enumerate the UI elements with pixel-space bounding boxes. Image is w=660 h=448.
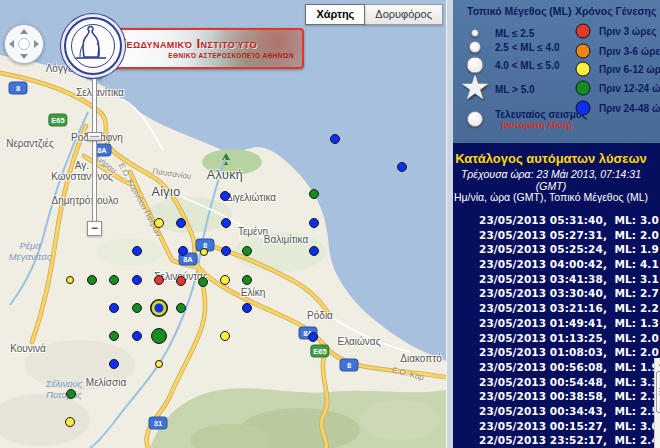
quake-marker[interactable] bbox=[221, 218, 231, 228]
town-label: Διγελιώτικα bbox=[226, 192, 276, 203]
quake-marker[interactable] bbox=[178, 246, 188, 256]
quake-marker[interactable] bbox=[87, 275, 97, 285]
town-label: Ελαιώνας bbox=[338, 336, 381, 347]
quake-marker[interactable] bbox=[330, 134, 340, 144]
town-label: Κουνινά bbox=[10, 343, 46, 354]
map-button[interactable]: Χάρτης bbox=[305, 4, 365, 25]
quake-marker[interactable] bbox=[109, 275, 119, 285]
catalog-row: 23/05/2013 03:21:16, ML: 2.2 bbox=[479, 301, 649, 316]
catalog-row: 22/05/2013 23:52:17, ML: 2.4 bbox=[479, 433, 649, 448]
quake-marker[interactable] bbox=[242, 303, 252, 313]
road-badge: 8 bbox=[341, 360, 358, 371]
catalog-current-time: Τρέχουσα ώρα: 23 Μάι 2013, 07:14:31 (GMT… bbox=[453, 168, 649, 192]
magnitude-legend-label: 2.5 < ML ≤ 4.0 bbox=[495, 42, 560, 53]
quake-marker[interactable] bbox=[176, 303, 186, 313]
catalog-row: 23/05/2013 01:13:25, ML: 2.0 bbox=[479, 331, 649, 346]
magnitude-legend-label: ML > 5.0 bbox=[495, 84, 535, 95]
legend-panel: Τοπικό Μέγεθος (ML) Χρόνος Γένεσης ML ≤ … bbox=[453, 0, 660, 145]
side-panel: Τοπικό Μέγεθος (ML) Χρόνος Γένεσης ML ≤ … bbox=[446, 0, 660, 448]
map-pan-control[interactable] bbox=[4, 24, 44, 64]
quake-marker[interactable] bbox=[309, 189, 319, 199]
catalog-row: 23/05/2013 03:41:38, ML: 3.1 bbox=[479, 272, 649, 287]
zoom-out-button[interactable]: − bbox=[87, 221, 102, 236]
catalog-row: 23/05/2013 05:27:31, ML: 2.0 bbox=[479, 228, 649, 243]
quake-marker[interactable] bbox=[132, 331, 142, 341]
road-badge: 31 bbox=[150, 418, 167, 429]
quake-marker[interactable] bbox=[242, 246, 252, 256]
satellite-button[interactable]: Δορυφόρος bbox=[364, 4, 443, 25]
town-label: Δημητρόπουλο bbox=[52, 195, 119, 206]
quake-marker[interactable] bbox=[154, 218, 164, 228]
pan-left-icon[interactable] bbox=[9, 40, 14, 48]
time-legend-label: Πριν 24-48 ώρες bbox=[599, 103, 660, 114]
magnitude-circle-icon bbox=[469, 41, 481, 53]
logo-banner: Γεωδυναμικό Ινστιτούτο Εθνικό Αστεροσκοπ… bbox=[104, 28, 304, 69]
quake-marker[interactable] bbox=[309, 246, 319, 256]
pan-up-icon[interactable] bbox=[20, 29, 28, 34]
time-legend-title: Χρόνος Γένεσης bbox=[575, 5, 656, 17]
road-badge: 8 bbox=[10, 83, 27, 94]
town-label: Διακοπτό bbox=[400, 353, 441, 364]
quake-marker[interactable] bbox=[155, 360, 163, 368]
quake-marker[interactable] bbox=[132, 275, 142, 285]
quake-marker[interactable] bbox=[308, 332, 318, 342]
quake-marker[interactable] bbox=[65, 417, 75, 427]
catalog-scrollbar[interactable]: ▲ bbox=[654, 358, 660, 448]
catalog-row: 23/05/2013 03:30:40, ML: 2.7 bbox=[479, 286, 649, 301]
last-quake-label: Τελευταίος σεισμός bbox=[495, 109, 587, 120]
quake-marker[interactable] bbox=[132, 246, 142, 256]
zoom-slider-handle[interactable] bbox=[87, 132, 102, 141]
town-label: Ελίκη bbox=[241, 287, 265, 298]
time-color-icon bbox=[576, 81, 591, 96]
time-color-icon bbox=[576, 44, 591, 59]
catalog-row: 23/05/2013 01:49:41, ML: 1.3 bbox=[479, 316, 649, 331]
catalog-row: 23/05/2013 05:31:40, ML: 3.0 bbox=[479, 213, 649, 228]
quake-marker[interactable] bbox=[220, 331, 230, 341]
magnitude-legend-label: 4.0 < ML ≤ 5.0 bbox=[495, 60, 560, 71]
quake-marker[interactable] bbox=[109, 303, 119, 313]
quake-marker[interactable] bbox=[309, 218, 319, 228]
logo-subtitle: Εθνικό Αστεροσκοπείο Αθηνών bbox=[168, 52, 294, 59]
scrollbar-up-icon[interactable]: ▲ bbox=[655, 358, 660, 370]
quake-marker[interactable] bbox=[66, 276, 74, 284]
last-quake-marker[interactable] bbox=[152, 301, 167, 316]
quake-marker[interactable] bbox=[221, 246, 231, 256]
catalog-row: 23/05/2013 00:34:43, ML: 2.5 bbox=[479, 404, 649, 419]
time-legend-label: Πριν 12-24 ώρες bbox=[599, 83, 660, 94]
zoom-slider-track[interactable] bbox=[92, 79, 97, 221]
scrollbar-thumb[interactable] bbox=[656, 371, 660, 413]
quake-marker[interactable] bbox=[242, 275, 252, 285]
quake-marker[interactable] bbox=[154, 275, 164, 285]
quake-marker[interactable] bbox=[200, 248, 208, 256]
catalog-row: 23/05/2013 00:54:48, ML: 3.3 bbox=[479, 375, 649, 390]
road-badge: E65 bbox=[49, 115, 66, 126]
quake-marker[interactable] bbox=[176, 218, 186, 228]
catalog-row: 23/05/2013 05:25:24, ML: 1.9 bbox=[479, 242, 649, 257]
map-canvas[interactable]: ΛόγγοςΣελιανίτικαΝεραντζιέςΡοδοδάφνηΑγ. … bbox=[0, 0, 446, 448]
catalog-row: 23/05/2013 01:08:03, ML: 2.0 bbox=[479, 345, 649, 360]
quake-marker[interactable] bbox=[151, 328, 167, 344]
quake-marker[interactable] bbox=[132, 303, 142, 313]
quake-marker[interactable] bbox=[109, 331, 119, 341]
quake-marker[interactable] bbox=[66, 389, 76, 399]
map-type-switch: Χάρτης Δορυφόρος bbox=[305, 4, 443, 25]
catalog-columns-header: Ημ/νία, ώρα (GMT), Τοπικό Μέγεθος (ML) bbox=[453, 191, 649, 203]
institute-logo: Γεωδυναμικό Ινστιτούτο Εθνικό Αστεροσκοπ… bbox=[60, 17, 302, 73]
time-color-icon bbox=[576, 24, 591, 39]
last-quake-circle-icon bbox=[467, 111, 483, 127]
map-zoom-control: + − bbox=[87, 64, 102, 236]
time-legend-label: Πριν 3-6 ώρες bbox=[599, 46, 660, 57]
quake-marker[interactable] bbox=[220, 275, 230, 285]
pan-center-icon[interactable] bbox=[18, 38, 30, 50]
quake-marker[interactable] bbox=[109, 359, 119, 369]
magnitude-circle-icon bbox=[471, 29, 479, 37]
water-label: Σέλινους Ποταμός bbox=[46, 379, 83, 401]
magnitude-legend-title: Τοπικό Μέγεθος (ML) bbox=[467, 5, 571, 17]
town-label: Βαλιμίτικα bbox=[264, 234, 309, 245]
quake-marker[interactable] bbox=[397, 162, 407, 172]
quake-marker[interactable] bbox=[198, 277, 208, 287]
quake-marker[interactable] bbox=[176, 276, 186, 286]
quake-marker[interactable] bbox=[220, 191, 230, 201]
pan-right-icon[interactable] bbox=[34, 40, 39, 48]
pan-down-icon[interactable] bbox=[20, 54, 28, 59]
